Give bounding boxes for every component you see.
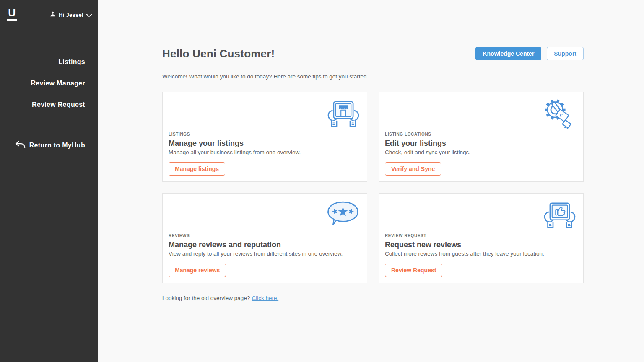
welcome-text: Welcome! What would you like to do today… [162, 73, 584, 80]
card-category: REVIEW REQUEST [385, 233, 577, 238]
cards-grid: LISTINGS Manage your listings Manage all… [162, 92, 584, 283]
card-category: LISTINGS [169, 132, 361, 137]
sidebar-header: U Hi Jessel [0, 0, 98, 21]
ueni-logo-letter: U [8, 8, 16, 18]
card-title: Edit your listings [385, 139, 577, 148]
card-body: LISTINGS Manage your listings Manage all… [169, 132, 361, 176]
sidebar-item-review-request[interactable]: Review Request [32, 101, 85, 109]
card-category: REVIEWS [169, 233, 361, 238]
verify-and-sync-button[interactable]: Verify and Sync [385, 162, 441, 176]
manage-reviews-button[interactable]: Manage reviews [169, 264, 226, 277]
card-review-request: REVIEW REQUEST Request new reviews Colle… [379, 193, 584, 283]
gear-hand-euro-icon: € [542, 99, 576, 133]
chevron-down-icon [86, 11, 92, 19]
card-description: View and reply to all your reviews from … [169, 251, 361, 257]
card-title: Request new reviews [385, 240, 577, 249]
user-icon [49, 11, 56, 19]
support-button[interactable]: Support [547, 47, 584, 60]
return-to-myhub-label: Return to MyHub [29, 141, 85, 150]
tablet-storefront-icon [327, 99, 360, 132]
card-description: Check, edit and sync your listings. [385, 149, 577, 155]
card-title: Manage your listings [169, 139, 361, 148]
page-title: Hello Ueni Customer! [162, 47, 275, 60]
ueni-logo-underline [7, 19, 17, 21]
sidebar-nav: Listings Review Manager Review Request R… [0, 58, 98, 150]
footer-text: Looking for the old overview page? [162, 295, 250, 301]
user-menu[interactable]: Hi Jessel [49, 11, 92, 19]
speech-bubble-stars-icon [326, 200, 360, 231]
manage-listings-button[interactable]: Manage listings [169, 162, 225, 176]
card-description: Collect more reviews from guests after t… [385, 251, 577, 257]
knowledge-center-button[interactable]: Knowledge Center [475, 47, 541, 60]
card-title: Manage reviews and reputation [169, 240, 361, 249]
main-content: Hello Ueni Customer! Knowledge Center Su… [98, 0, 644, 362]
card-body: REVIEWS Manage reviews and reputation Vi… [169, 233, 361, 277]
user-greeting: Hi Jessel [59, 12, 83, 18]
card-description: Manage all your business listings from o… [169, 149, 361, 155]
card-body: LISTING LOCATIONS Edit your listings Che… [385, 132, 577, 176]
card-body: REVIEW REQUEST Request new reviews Colle… [385, 233, 577, 277]
old-overview-link[interactable]: Click here. [252, 295, 278, 301]
sidebar-item-review-manager[interactable]: Review Manager [31, 79, 85, 88]
header-buttons: Knowledge Center Support [475, 47, 584, 60]
card-category: LISTING LOCATIONS [385, 132, 577, 137]
page-header: Hello Ueni Customer! Knowledge Center Su… [162, 47, 584, 60]
ueni-logo: U [7, 8, 17, 21]
card-listing-locations: € LISTING LOCATIONS Edit your listings C… [379, 92, 584, 182]
footer-line: Looking for the old overview page?Click … [162, 295, 584, 301]
card-listings: LISTINGS Manage your listings Manage all… [162, 92, 367, 182]
return-arrow-icon [15, 140, 26, 150]
sidebar-item-return-to-myhub[interactable]: Return to MyHub [15, 140, 85, 150]
review-request-button[interactable]: Review Request [385, 264, 442, 277]
sidebar-item-listings[interactable]: Listings [58, 58, 85, 66]
card-reviews: REVIEWS Manage reviews and reputation Vi… [162, 193, 367, 283]
tablet-thumbs-up-icon [543, 200, 576, 233]
sidebar: U Hi Jessel Listings Review Manager Revi… [0, 0, 98, 362]
